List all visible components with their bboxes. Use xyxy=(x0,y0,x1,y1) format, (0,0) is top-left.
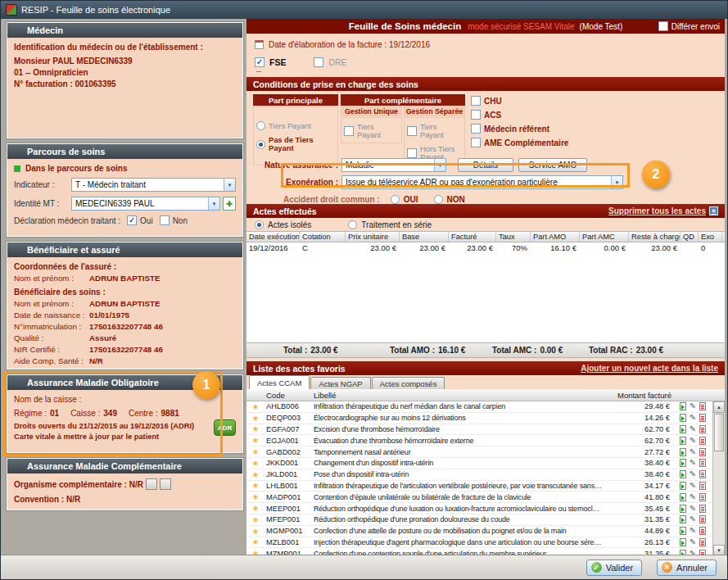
favorite-acte-row[interactable]: MADP001Contention d'épaule unilatérale o… xyxy=(246,492,712,503)
checkbox-acs[interactable] xyxy=(471,110,481,120)
delete-acte-icon[interactable] xyxy=(699,505,706,513)
col-montant-facture[interactable]: Montant facturé xyxy=(603,391,673,400)
hors-tiers-payant-checkbox[interactable] xyxy=(407,148,417,158)
delete-acte-icon[interactable] xyxy=(699,515,706,523)
delete-acte-icon[interactable] xyxy=(699,538,706,546)
export-acte-icon[interactable] xyxy=(680,437,686,445)
exoneration-select[interactable]: Issue du téléservice ADR ou pas d'exonér… xyxy=(341,175,623,189)
edit-acte-icon[interactable] xyxy=(690,493,696,501)
star-icon[interactable] xyxy=(246,481,265,490)
col-base[interactable]: Base xyxy=(400,232,449,242)
edit-acte-icon[interactable] xyxy=(690,470,696,478)
export-acte-icon[interactable] xyxy=(680,527,686,535)
delete-acte-icon[interactable] xyxy=(699,414,706,422)
differer-envoi-checkbox[interactable] xyxy=(658,21,668,31)
details-button[interactable]: Détails xyxy=(458,158,513,172)
delete-acte-icon[interactable] xyxy=(699,470,706,478)
gestion-separee-tiers-payant-checkbox[interactable] xyxy=(407,126,417,136)
col-exo[interactable]: Exo xyxy=(699,232,722,242)
col-libelle[interactable]: Libellé xyxy=(314,391,603,400)
star-icon[interactable] xyxy=(246,447,265,456)
edit-acte-icon[interactable] xyxy=(690,414,696,422)
col-taux[interactable]: Taux xyxy=(496,232,531,242)
favorite-acte-row[interactable]: AHLB006Infiltration thérapeutique du ner… xyxy=(246,401,712,413)
star-icon[interactable] xyxy=(246,402,265,411)
export-acte-icon[interactable] xyxy=(680,538,686,546)
checkbox-ame-complémentaire[interactable] xyxy=(471,138,481,147)
edit-acte-icon[interactable] xyxy=(690,527,696,535)
favorite-acte-row[interactable]: JKKD001Changement d'un dispositif intra-… xyxy=(246,458,712,469)
favorite-acte-row[interactable]: MZLB001Injection thérapeutique d'agent p… xyxy=(246,537,712,549)
accident-non-radio[interactable] xyxy=(434,195,443,204)
export-acte-icon[interactable] xyxy=(680,459,686,467)
star-icon[interactable] xyxy=(246,436,265,445)
col-cotation[interactable]: Cotation xyxy=(300,232,346,242)
adr-badge-icon[interactable]: ADR xyxy=(214,419,236,436)
checkbox-chu[interactable] xyxy=(471,96,481,106)
ajouter-acte-link[interactable]: Ajouter un nouvel acte dans la liste xyxy=(581,364,718,373)
supprimer-actes-link[interactable]: Supprimer tous les actes xyxy=(608,206,718,215)
star-icon[interactable] xyxy=(246,459,265,468)
export-acte-icon[interactable] xyxy=(680,448,686,456)
star-icon[interactable] xyxy=(246,424,265,433)
fse-checkbox[interactable] xyxy=(255,57,265,67)
annuler-button[interactable]: Annuler xyxy=(657,560,717,576)
gestion-unique-tiers-payant-checkbox[interactable] xyxy=(344,126,354,136)
star-icon[interactable] xyxy=(246,527,265,536)
delete-acte-icon[interactable] xyxy=(699,493,706,501)
dre-checkbox[interactable] xyxy=(314,57,323,67)
edit-acte-icon[interactable] xyxy=(690,482,696,490)
favorite-acte-row[interactable]: MFEP001Réduction orthopédique d'une pron… xyxy=(246,514,712,526)
star-icon[interactable] xyxy=(246,470,265,479)
tab-actes-ccam[interactable]: Actes CCAM xyxy=(249,375,310,389)
favorite-acte-row[interactable]: DEQP003Électrocardiographie sur au moins… xyxy=(246,413,712,424)
tab-actes-composes[interactable]: Actes composés xyxy=(372,377,445,389)
declaration-non-checkbox[interactable] xyxy=(160,215,170,225)
star-icon[interactable] xyxy=(246,515,265,524)
export-acte-icon[interactable] xyxy=(680,505,686,513)
tab-actes-ngap[interactable]: Actes NGAP xyxy=(310,377,370,389)
actes-isoles-radio[interactable] xyxy=(255,220,264,229)
favorite-acte-row[interactable]: EGJA001Évacuation d'une thrombose hémorr… xyxy=(246,435,712,446)
col-part-amc[interactable]: Part AMC xyxy=(580,232,629,242)
export-acte-icon[interactable] xyxy=(680,414,686,422)
scroll-up-icon[interactable] xyxy=(713,401,725,413)
service-amo-button[interactable]: Service AMO xyxy=(518,158,587,172)
edit-acte-icon[interactable] xyxy=(690,437,696,445)
checkbox-médecin-référent[interactable] xyxy=(471,124,481,134)
pas-tiers-payant-radio[interactable] xyxy=(256,140,265,149)
export-acte-icon[interactable] xyxy=(680,493,686,501)
export-acte-icon[interactable] xyxy=(680,515,686,523)
favorite-acte-row[interactable]: EGFA007Excision d'une thrombose hémorroï… xyxy=(246,424,712,436)
col-qd[interactable]: QD xyxy=(681,232,699,242)
export-acte-icon[interactable] xyxy=(680,470,686,478)
traitement-serie-radio[interactable] xyxy=(348,220,357,229)
delete-all-icon[interactable] xyxy=(709,206,718,215)
favorite-acte-row[interactable]: GABD002Tamponnement nasal antérieur27.72… xyxy=(246,446,712,458)
export-acte-icon[interactable] xyxy=(680,402,686,410)
favorite-acte-row[interactable]: LHLB001Infiltration thérapeutique de l'a… xyxy=(246,481,712,492)
scroll-thumb[interactable] xyxy=(714,414,724,451)
organisme-clear-button[interactable] xyxy=(160,478,171,490)
nature-assurance-select[interactable]: Maladie xyxy=(341,158,446,172)
delete-acte-icon[interactable] xyxy=(699,527,706,535)
favorites-scrollbar[interactable] xyxy=(712,401,725,556)
star-icon[interactable] xyxy=(246,414,265,423)
col-date-execution[interactable]: Date exécution xyxy=(246,232,300,242)
edit-acte-icon[interactable] xyxy=(690,515,696,523)
identite-mt-select[interactable]: MEDECIN6339 PAUL xyxy=(71,197,220,211)
tiers-payant-radio[interactable] xyxy=(256,121,265,130)
delete-acte-icon[interactable] xyxy=(699,437,706,445)
declaration-oui-checkbox[interactable] xyxy=(127,215,137,225)
delete-acte-icon[interactable] xyxy=(699,402,706,410)
indicateur-select[interactable]: T - Médecin traitant xyxy=(71,178,236,192)
delete-acte-icon[interactable] xyxy=(699,425,706,433)
title-bar[interactable]: RESIP - Feuille de soins électronique xyxy=(1,1,727,19)
export-acte-icon[interactable] xyxy=(680,482,686,490)
acte-row[interactable]: 19/12/2016 C 23.00 € 23.00 € 23.00 € 70%… xyxy=(246,242,725,253)
star-icon[interactable] xyxy=(246,492,265,501)
delete-acte-icon[interactable] xyxy=(699,482,706,490)
valider-button[interactable]: Valider xyxy=(586,560,642,576)
organisme-browse-button[interactable] xyxy=(146,478,157,490)
col-code[interactable]: Code xyxy=(265,391,314,400)
